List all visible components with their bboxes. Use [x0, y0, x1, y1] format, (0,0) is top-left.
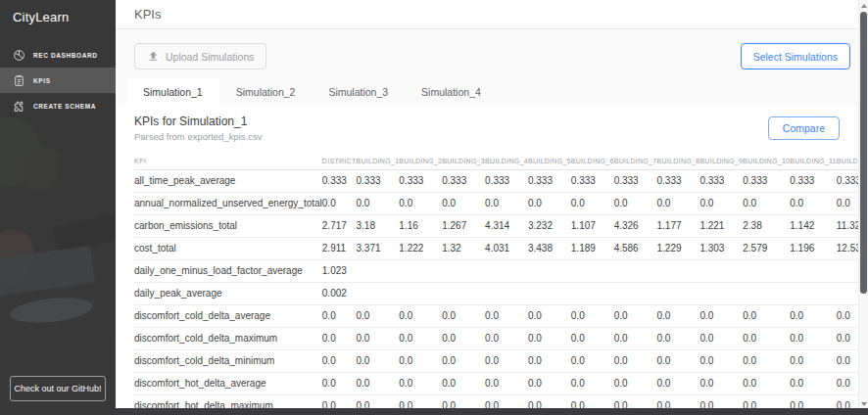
vertical-scrollbar[interactable]: [858, 0, 868, 415]
kpi-value-cell: 1.221: [699, 214, 743, 237]
tab-simulation-3[interactable]: Simulation_3: [312, 78, 405, 105]
tab-simulation-2[interactable]: Simulation_2: [219, 78, 313, 105]
sidebar-nav: REC Dashboard KPIs Create Schema: [0, 42, 116, 118]
kpi-value-cell: 0.0: [657, 349, 700, 372]
kpi-value-cell: [614, 259, 657, 282]
page-header: KPIs: [116, 0, 868, 29]
kpi-value-cell: 0.333: [699, 169, 743, 192]
table-row: cost_total2.9113.3711.2221.324.0313.4381…: [134, 237, 859, 259]
kpi-value-cell: 3.232: [528, 214, 571, 237]
kpi-value-cell: 0.0: [485, 372, 528, 394]
kpi-value-cell: [614, 282, 657, 304]
kpi-value-cell: 0.0: [399, 304, 442, 327]
kpi-value-cell: 0.0: [322, 304, 357, 327]
kpi-value-cell: 0.0: [790, 327, 837, 349]
compare-button[interactable]: Compare: [768, 116, 840, 140]
kpi-value-cell: 0.0: [790, 372, 837, 394]
kpi-value-cell: 0.0: [485, 349, 528, 372]
kpi-value-cell: 0.0: [571, 327, 614, 349]
kpi-value-cell: 0.0: [657, 372, 700, 394]
kpi-value-cell: 0.0: [442, 327, 485, 349]
kpi-value-cell: 0.0: [837, 349, 859, 372]
kpi-value-cell: 11.322: [837, 214, 859, 237]
upload-simulations-button[interactable]: Upload Simulations: [134, 43, 266, 69]
column-header: BUILDING_3: [442, 154, 485, 169]
kpi-name-cell: carbon_emissions_total: [134, 214, 322, 237]
kpi-value-cell: 0.0: [322, 192, 357, 214]
kpi-value-cell: [399, 259, 442, 282]
kpi-value-cell: 0.0: [699, 192, 743, 214]
sidebar-item-kpis[interactable]: KPIs: [0, 68, 116, 93]
column-header: BUILDING_5: [528, 154, 571, 169]
kpi-name-cell: discomfort_cold_delta_minimum: [134, 349, 322, 372]
kpi-value-cell: 0.0: [571, 192, 614, 214]
column-header: BUILDING_12: [837, 154, 859, 169]
column-header: BUILDING_7: [614, 154, 657, 169]
panel-subtitle: Parsed from exported_kpis.csv: [134, 131, 868, 142]
kpi-value-cell: 0.0: [357, 349, 400, 372]
table-row: carbon_emissions_total2.7173.181.161.267…: [134, 214, 859, 237]
sidebar-item-create-schema[interactable]: Create Schema: [0, 93, 116, 118]
sidebar-item-rec-dashboard[interactable]: REC Dashboard: [0, 42, 116, 68]
kpi-name-cell: daily_one_minus_load_factor_average: [134, 259, 322, 282]
kpi-value-cell: 0.0: [528, 349, 571, 372]
table-row: daily_peak_average0.002: [134, 282, 859, 304]
kpi-value-cell: 0.0: [322, 327, 357, 349]
vertical-scrollbar-thumb[interactable]: [860, 12, 867, 294]
sidebar-item-label: Create Schema: [33, 103, 96, 110]
kpi-value-cell: 0.0: [790, 192, 837, 214]
tab-simulation-4[interactable]: Simulation_4: [405, 78, 498, 105]
kpi-value-cell: 0.0: [442, 304, 485, 327]
sidebar-item-label: KPIs: [33, 77, 51, 84]
scroll-down-arrow[interactable]: [861, 402, 867, 406]
kpi-value-cell: 1.177: [657, 214, 700, 237]
table-header-row: KPIDISTRICTBUILDING_1BUILDING_2BUILDING_…: [134, 154, 859, 169]
kpi-value-cell: 1.023: [322, 259, 357, 282]
kpi-value-cell: 0.0: [399, 349, 442, 372]
github-button[interactable]: Check out our GitHub!: [10, 376, 106, 401]
column-header: BUILDING_4: [485, 154, 528, 169]
kpi-name-cell: daily_peak_average: [134, 282, 322, 304]
kpi-value-cell: 4.326: [614, 214, 657, 237]
kpi-value-cell: 1.303: [699, 237, 743, 259]
kpi-name-cell: discomfort_hot_delta_average: [134, 372, 322, 394]
kpi-value-cell: 0.0: [571, 304, 614, 327]
kpi-value-cell: 0.0: [322, 372, 357, 394]
kpi-value-cell: [743, 259, 790, 282]
tab-simulation-1[interactable]: Simulation_1: [126, 78, 219, 105]
kpi-value-cell: 3.371: [357, 237, 400, 259]
column-header: DISTRICT: [322, 154, 357, 169]
kpi-table-container: KPIDISTRICTBUILDING_1BUILDING_2BUILDING_…: [134, 154, 859, 415]
kpi-value-cell: 0.0: [614, 372, 657, 394]
kpi-value-cell: [485, 259, 528, 282]
kpi-value-cell: 0.333: [743, 169, 790, 192]
kpi-value-cell: 0.333: [614, 169, 657, 192]
scroll-up-arrow[interactable]: [861, 4, 867, 8]
kpi-value-cell: 0.0: [485, 327, 528, 349]
column-header-kpi: KPI: [134, 154, 322, 169]
column-header: BUILDING_10: [743, 154, 790, 169]
kpi-value-cell: 0.0: [743, 349, 790, 372]
kpi-value-cell: 0.002: [322, 282, 357, 304]
kpi-value-cell: 3.438: [528, 237, 571, 259]
kpi-value-cell: 2.38: [743, 214, 790, 237]
select-simulations-button[interactable]: Select Simulations: [741, 43, 850, 69]
kpi-value-cell: 0.0: [357, 304, 400, 327]
kpi-value-cell: 4.314: [485, 214, 528, 237]
table-row: all_time_peak_average0.3330.3330.3330.33…: [134, 169, 859, 192]
kpi-value-cell: [571, 259, 614, 282]
horizontal-scrollbar[interactable]: [116, 408, 868, 415]
kpi-value-cell: [790, 282, 837, 304]
kpi-value-cell: [357, 259, 400, 282]
kpi-value-cell: 0.0: [357, 327, 400, 349]
column-header: BUILDING_2: [399, 154, 442, 169]
kpi-value-cell: 0.0: [399, 192, 442, 214]
column-header: BUILDING_1: [357, 154, 400, 169]
kpi-value-cell: 0.0: [528, 304, 571, 327]
table-row: discomfort_cold_delta_minimum0.00.00.00.…: [134, 349, 859, 372]
kpi-value-cell: 0.0: [528, 192, 571, 214]
kpi-value-cell: 0.0: [357, 192, 400, 214]
kpi-value-cell: 0.0: [399, 372, 442, 394]
kpi-value-cell: 0.0: [442, 372, 485, 394]
kpi-name-cell: all_time_peak_average: [134, 169, 322, 192]
